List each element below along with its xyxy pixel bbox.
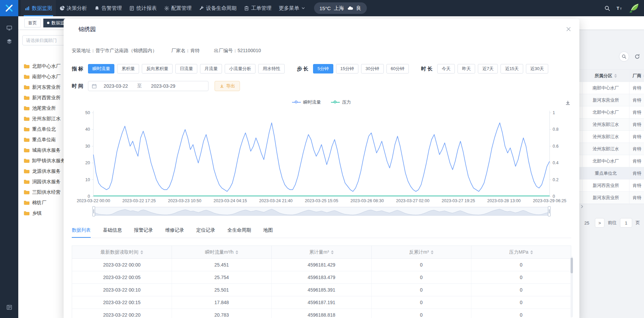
detail-tab-2[interactable]: 报警记录	[134, 227, 153, 238]
data-table-header[interactable]: 压力MPa	[471, 246, 571, 259]
svg-text:2023-03-23 10:50: 2023-03-23 10:50	[168, 198, 201, 203]
cloud-slot	[347, 5, 353, 11]
metric-button-4[interactable]: 月流量	[200, 64, 222, 73]
save-chart-image-button[interactable]	[565, 100, 571, 106]
view-tab-home[interactable]: 首页	[24, 19, 41, 27]
sort-icon	[140, 250, 143, 254]
global-search-button[interactable]	[604, 5, 610, 11]
duration-button-4[interactable]: 近30天	[526, 64, 548, 73]
svg-text:2023-03-29 06:25: 2023-03-29 06:25	[533, 198, 567, 203]
data-table-header[interactable]: 累计量m³	[272, 246, 372, 259]
detail-tab-6[interactable]: 地图	[263, 227, 273, 238]
table-search-button[interactable]	[619, 51, 629, 62]
metric-button-1[interactable]: 累积量	[117, 64, 139, 73]
nav-item-data-monitoring[interactable]: 数据监测	[21, 0, 56, 16]
detail-tab-4[interactable]: 定位记录	[196, 227, 215, 238]
detail-tab-5[interactable]: 全生命周期	[227, 227, 251, 238]
table-scroll-right-icon[interactable]	[580, 204, 584, 209]
collapse-panel-button[interactable]	[0, 300, 18, 314]
nav-item-work-orders[interactable]: 工单管理	[240, 0, 275, 16]
table-refresh-button[interactable]	[635, 54, 640, 59]
step-button-2[interactable]: 30分钟	[361, 64, 383, 73]
export-icon-slot	[220, 84, 224, 88]
svg-text:0.6: 0.6	[553, 144, 558, 149]
step-button-3[interactable]: 60分钟	[386, 64, 409, 73]
data-table-header[interactable]: 最新数据读取时间	[72, 246, 172, 259]
detail-tab-3[interactable]: 维修记录	[165, 227, 184, 238]
calendar-icon	[92, 84, 97, 89]
data-table-header[interactable]: 反累计m³	[372, 246, 471, 259]
folder-icon	[24, 137, 29, 143]
export-button[interactable]: 导出	[215, 81, 240, 91]
nav-item-statistical-reports[interactable]: 统计报表	[126, 0, 160, 16]
duration-button-0[interactable]: 今天	[437, 64, 455, 73]
nav-item-label: 工单管理	[251, 5, 271, 12]
page-number-button[interactable]: 25	[582, 218, 592, 228]
detail-tab-1[interactable]: 基础信息	[103, 227, 122, 238]
duration-button-3[interactable]: 近15天	[501, 64, 523, 73]
next-page-button[interactable]: >	[595, 218, 604, 228]
nav-right-tools: TT	[604, 0, 640, 16]
table-scrollbar[interactable]	[571, 256, 573, 317]
duration-button-1[interactable]: 昨天	[458, 64, 475, 73]
metric-button-6[interactable]: 用水特性	[258, 64, 285, 73]
svg-text:50: 50	[85, 110, 90, 115]
datazoom-right-handle[interactable]	[548, 206, 551, 216]
folder-icon	[24, 179, 29, 185]
modal-header: 锦绣园	[72, 19, 571, 34]
nav-item-decision-analysis[interactable]: 决策分析	[56, 0, 91, 16]
legend-item[interactable]: 压力	[331, 99, 351, 105]
modal-close-button[interactable]	[566, 26, 571, 32]
svg-text:2023-03-27 02:00: 2023-03-27 02:00	[396, 198, 429, 203]
legend-item[interactable]: 瞬时流量	[292, 99, 321, 105]
svg-text:0: 0	[553, 194, 555, 199]
font-size-button[interactable]: TT	[616, 5, 623, 11]
duration-label: 时 长	[421, 66, 432, 72]
metric-button-5[interactable]: 小流量分析	[225, 64, 256, 73]
chevron-down-icon	[301, 6, 305, 10]
column-header-partition[interactable]: 所属分区	[582, 70, 629, 82]
left-icon-rail	[0, 16, 18, 318]
data-table-header[interactable]: 瞬时流量m³/h	[172, 246, 272, 259]
date-separator: 至	[133, 83, 146, 89]
svg-text:40: 40	[85, 127, 90, 132]
svg-text:0.4: 0.4	[553, 161, 558, 165]
svg-text:2023-03-22 00:00: 2023-03-22 00:00	[77, 198, 110, 203]
date-range-picker[interactable]: 2023-03-22 至 2023-03-29	[88, 81, 208, 91]
weather-widget[interactable]: 15°C 上海 良	[314, 2, 367, 14]
monitor-view-button[interactable]	[0, 21, 18, 35]
goto-label: 前往	[608, 220, 617, 226]
folder-icon	[24, 189, 29, 195]
metric-button-0[interactable]: 瞬时流量	[88, 64, 114, 73]
metric-button-2[interactable]: 反向累积量	[142, 64, 173, 73]
nav-item-more-menu[interactable]: 更多菜单	[275, 0, 309, 16]
table-scrollbar-thumb[interactable]	[571, 258, 573, 273]
metric-label: 指 标	[72, 66, 83, 72]
nav-item-alarm-management[interactable]: 告警管理	[91, 0, 126, 16]
chart-canvas: 0102030405000.20.40.60.812023-03-22 00:0…	[72, 106, 571, 205]
folder-icon	[24, 126, 29, 132]
time-label: 时 间	[72, 83, 83, 89]
step-button-group: 5分钟15分钟30分钟60分钟	[313, 64, 412, 73]
date-end: 2023-03-29	[146, 83, 180, 89]
data-table-wrap: 最新数据读取时间瞬时流量m³/h累计量m³反累计m³压力MPa2023-03-2…	[72, 246, 571, 318]
nav-item-label: 更多菜单	[279, 5, 299, 12]
duration-button-2[interactable]: 近7天	[478, 64, 498, 73]
svg-text:2023-03-22 17:25: 2023-03-22 17:25	[122, 198, 156, 203]
step-button-1[interactable]: 15分钟	[336, 64, 358, 73]
step-button-0[interactable]: 5分钟	[313, 64, 333, 73]
layers-view-button[interactable]	[0, 35, 18, 48]
sort-icon	[431, 250, 434, 254]
refresh-icon	[635, 54, 640, 59]
chart-datazoom-slider[interactable]	[93, 207, 550, 216]
metric-button-3[interactable]: 日流量	[175, 64, 197, 73]
nav-item-device-lifecycle[interactable]: 设备生命周期	[195, 0, 240, 16]
svg-text:20: 20	[85, 161, 90, 165]
datazoom-left-handle[interactable]	[92, 206, 95, 216]
nav-item-configuration[interactable]: 配置管理	[160, 0, 195, 16]
folder-icon	[24, 200, 29, 206]
detail-tab-0[interactable]: 数据列表	[72, 227, 91, 238]
folder-icon	[24, 158, 29, 164]
goto-page-input[interactable]	[620, 218, 632, 228]
column-header-manufacturer[interactable]: 厂商	[629, 70, 644, 82]
